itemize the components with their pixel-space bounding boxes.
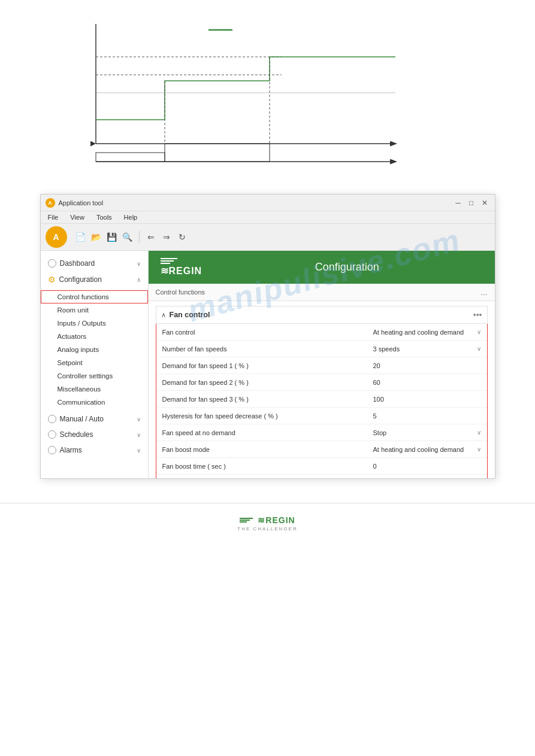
setting-label-fan-speeds: Number of fan speeds [162,345,373,353]
setting-value-hysteresis[interactable]: 5 [373,412,481,420]
page-footer: ≋REGIN THE CHALLENGER [0,503,535,538]
setting-value-boost-mode[interactable]: At heating and cooling demand ∨ [373,446,481,453]
setting-value-speed3[interactable]: 100 [373,396,481,403]
configuration-chevron: ∧ [137,277,141,283]
dashboard-chevron: ∨ [137,260,141,267]
sidebar: Dashboard ∨ ⚙ Configuration ∧ Control fu… [41,251,149,478]
save-icon[interactable]: 💾 [105,230,119,244]
diagram-area [0,0,535,188]
sidebar-item-schedules[interactable]: Schedules ∨ [41,427,148,442]
breadcrumb-bar: Control functions ... [149,284,495,301]
setting-value-no-demand[interactable]: Stop ∨ [373,429,481,436]
fan-control-title: Fan control [170,311,473,319]
setting-label-boost-time: Fan boost time ( sec ) [162,463,373,470]
alarms-chevron: ∨ [137,447,141,454]
breadcrumb-dots[interactable]: ... [480,287,488,297]
fan-control-settings: Fan control At heating and cooling deman… [156,324,488,478]
new-icon[interactable]: 📄 [74,230,87,244]
sidebar-item-room-unit[interactable]: Room unit [41,303,148,317]
setting-label-fan-control: Fan control [162,329,373,336]
sidebar-item-setpoint[interactable]: Setpoint [41,356,148,369]
speed1-value: 20 [373,362,481,369]
regin-logo-text: ≋REGIN [161,265,202,277]
sidebar-item-actuators[interactable]: Actuators [41,330,148,343]
alarms-circle-icon [48,446,56,454]
boost-mode-dropdown-icon: ∨ [477,446,481,453]
speed3-value: 100 [373,396,481,403]
open-icon[interactable]: 📂 [90,230,103,244]
back-icon[interactable]: ⇐ [144,230,158,244]
setting-label-speed3: Demand for fan speed 3 ( % ) [162,396,373,403]
application-window: A Application tool ─ □ ✕ File View Tools… [40,194,495,479]
sidebar-item-inputs-outputs[interactable]: Inputs / Outputs [41,317,148,330]
main-panel: ≋REGIN Configuration Control functions .… [149,251,495,478]
menu-bar: File View Tools Help [41,211,495,224]
forward-icon[interactable]: ⇒ [160,230,173,244]
setting-value-speed2[interactable]: 60 [373,379,481,386]
fan-control-dots[interactable]: ••• [473,310,482,320]
sidebar-item-miscellaneous[interactable]: Miscellaneous [41,382,148,396]
fan-control-header[interactable]: ∧ Fan control ••• [156,306,488,324]
dashboard-circle-icon [48,259,56,268]
setting-label-no-demand: Fan speed at no demand [162,429,373,436]
sidebar-sub-menu: Control functions Room unit Inputs / Out… [41,288,148,411]
toolbar-separator [139,231,140,243]
footer-sub-text: THE CHALLENGER [237,526,297,532]
step-diagram [48,12,419,174]
fan-control-section: ∧ Fan control ••• Fan control At heating… [149,301,495,478]
app-title: Application tool [59,199,104,207]
setting-value-boost-time[interactable]: 0 [373,463,481,470]
sidebar-item-communication[interactable]: Communication [41,396,148,409]
sidebar-item-controller-settings[interactable]: Controller settings [41,369,148,382]
sidebar-item-manual-auto[interactable]: Manual / Auto ∨ [41,411,148,427]
gear-icon: ⚙ [48,275,56,284]
setting-row-no-demand: Fan speed at no demand Stop ∨ [156,424,487,441]
menu-file[interactable]: File [46,212,61,222]
setting-row-speed2: Demand for fan speed 2 ( % ) 60 [156,374,487,391]
close-button[interactable]: ✕ [479,198,490,208]
sidebar-item-configuration[interactable]: ⚙ Configuration ∧ [41,271,148,288]
menu-help[interactable]: Help [122,212,140,222]
sidebar-item-alarms[interactable]: Alarms ∨ [41,442,148,458]
schedules-label: Schedules [60,430,133,439]
toolbar: A 📄 📂 💾 🔍 ⇐ ⇒ ↻ [41,224,495,251]
setting-row-speed3: Demand for fan speed 3 ( % ) 100 [156,391,487,408]
title-bar: A Application tool ─ □ ✕ [41,195,495,211]
minimize-button[interactable]: ─ [453,198,464,208]
footer-logo-container: ≋REGIN THE CHALLENGER [237,515,297,532]
setting-row-speed1: Demand for fan speed 1 ( % ) 20 [156,357,487,374]
footer-line-1 [240,518,253,519]
breadcrumb-text: Control functions [156,289,205,296]
footer-line-2 [240,520,250,521]
manual-auto-circle-icon [48,415,56,423]
maximize-button[interactable]: □ [466,198,477,208]
setting-row-hysteresis: Hysteresis for fan speed decrease ( % ) … [156,408,487,424]
hysteresis-value: 5 [373,412,481,420]
config-header: ≋REGIN Configuration [149,251,495,284]
setting-row-fan-control: Fan control At heating and cooling deman… [156,324,487,341]
dashboard-label: Dashboard [60,259,133,268]
svg-rect-9 [96,153,165,162]
regin-line-1 [161,258,177,259]
title-bar-controls: ─ □ ✕ [453,198,490,208]
setting-value-fan-speeds[interactable]: 3 speeds ∨ [373,345,481,353]
refresh-icon[interactable]: ↻ [176,230,189,244]
sidebar-item-dashboard[interactable]: Dashboard ∨ [41,256,148,271]
app-icon: A [46,198,55,208]
search-icon[interactable]: 🔍 [121,230,134,244]
sidebar-item-analog-inputs[interactable]: Analog inputs [41,343,148,356]
svg-rect-10 [165,144,270,162]
menu-tools[interactable]: Tools [94,212,114,222]
schedules-chevron: ∨ [137,432,141,438]
menu-view[interactable]: View [68,212,87,222]
no-demand-dropdown-icon: ∨ [477,429,481,436]
setting-label-speed2: Demand for fan speed 2 ( % ) [162,379,373,386]
setting-value-speed1[interactable]: 20 [373,362,481,369]
app-logo-circle: A [46,226,67,248]
footer-regin-lines [240,518,253,523]
setting-label-speed1: Demand for fan speed 1 ( % ) [162,362,373,369]
regin-logo-lines [161,258,177,264]
sidebar-item-control-functions[interactable]: Control functions [41,290,148,303]
fan-control-value: At heating and cooling demand [373,329,474,336]
setting-value-fan-control[interactable]: At heating and cooling demand ∨ [373,329,481,336]
